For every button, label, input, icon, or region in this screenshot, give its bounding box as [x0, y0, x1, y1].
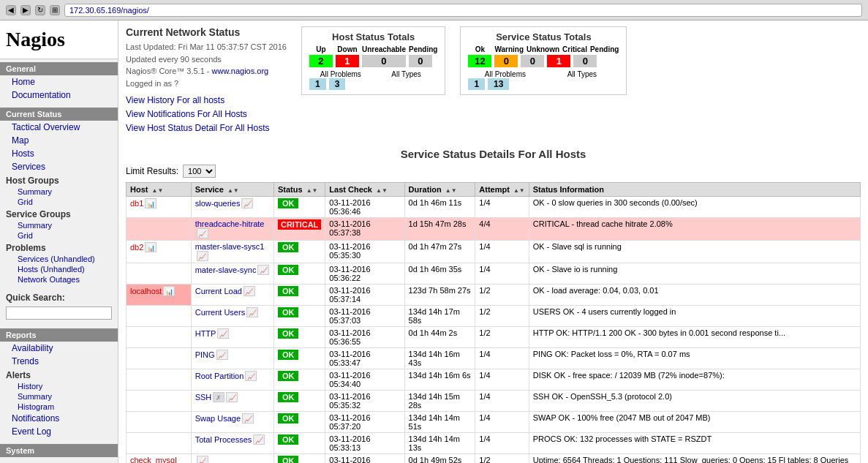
search-input[interactable]	[6, 306, 112, 320]
sidebar-item-sg-grid[interactable]: Grid	[0, 230, 118, 241]
sidebar-item-hg-summary[interactable]: Summary	[0, 187, 118, 197]
table-row: Total Processes📈OK03-11-2016 05:33:13134…	[127, 432, 861, 453]
service-graph-icon[interactable]: 📈	[245, 371, 257, 381]
host-down-header: Down	[336, 45, 359, 53]
sidebar-item-notifications[interactable]: Notifications	[0, 412, 118, 425]
view-history-link[interactable]: View History For all hosts	[126, 94, 287, 108]
host-graph-icon[interactable]: 📊	[145, 198, 156, 208]
svc-all-types-label: All Types	[545, 70, 619, 78]
svc-all-problems-val[interactable]: 1	[468, 78, 485, 90]
host-graph-icon[interactable]: 📊	[163, 286, 175, 296]
sidebar-item-availability[interactable]: Availability	[0, 342, 118, 355]
host-all-types-val[interactable]: 3	[329, 78, 346, 90]
sidebar-item-services[interactable]: Services	[0, 160, 118, 173]
service-link[interactable]: slow-queries	[195, 199, 241, 208]
service-graph-icon[interactable]: 📈	[217, 328, 229, 339]
url-bar[interactable]: 172.30.65.169/nagios/	[64, 4, 862, 17]
status-cell: OK	[273, 369, 325, 390]
service-graph-icon[interactable]: 📈	[246, 307, 258, 317]
sidebar-item-eventlog[interactable]: Event Log	[0, 425, 118, 438]
service-graph-icon[interactable]: 📈	[244, 286, 255, 296]
service-graph-icon[interactable]: 📈	[253, 434, 265, 445]
duration-cell: 134d 14h 17m 58s	[404, 305, 475, 326]
limit-select[interactable]: 100 50 25	[183, 165, 216, 178]
host-pending-value[interactable]: 0	[409, 55, 432, 67]
col-host[interactable]: Host ▲▼	[127, 182, 192, 196]
host-cell: check_mysql📊	[127, 453, 192, 463]
forward-button[interactable]: ▶	[20, 5, 31, 15]
sidebar-item-tactical[interactable]: Tactical Overview	[0, 121, 118, 134]
col-attempt[interactable]: Attempt ▲▼	[475, 182, 529, 196]
duration-cell: 123d 7h 58m 27s	[404, 284, 475, 305]
duration-sort-icon: ▲▼	[445, 187, 457, 194]
host-all-problems-val[interactable]: 1	[309, 78, 326, 90]
svc-critical-value[interactable]: 1	[547, 55, 570, 67]
service-link[interactable]: master-slave-sysc1	[195, 242, 265, 251]
service-link[interactable]: threadcache-hitrate	[195, 219, 265, 228]
service-graph-icon[interactable]: 📈	[197, 228, 208, 238]
host-down-value[interactable]: 1	[336, 55, 359, 67]
nagios-link[interactable]: www.nagios.org	[212, 67, 269, 75]
host-link[interactable]: db1	[130, 199, 143, 208]
host-up-value[interactable]: 2	[309, 55, 333, 67]
sidebar-item-hg-grid[interactable]: Grid	[0, 197, 118, 207]
view-host-status-link[interactable]: View Host Status Detail For All Hosts	[126, 121, 287, 135]
svc-unknown-value[interactable]: 0	[521, 55, 544, 67]
grid-button[interactable]: ⊞	[50, 5, 60, 15]
service-link[interactable]: mater-slave-sync	[195, 266, 257, 274]
host-link[interactable]: db2	[130, 243, 143, 252]
host-graph-icon[interactable]: 📊	[145, 242, 156, 252]
service-graph-icon[interactable]: 📈	[197, 251, 208, 261]
service-graph-icon[interactable]: 📈	[242, 413, 254, 424]
table-row: Root Partition📈OK03-11-2016 05:34:40134d…	[127, 369, 861, 390]
service-graph-icon[interactable]: 📈	[226, 392, 238, 402]
sidebar-item-hosts[interactable]: Hosts	[0, 147, 118, 160]
col-status[interactable]: Status ▲▼	[273, 182, 325, 196]
status-sort-icon: ▲▼	[306, 187, 318, 194]
last-check-cell: 03-11-2016 05:33:13	[325, 432, 404, 453]
view-notifications-link[interactable]: View Notifications For All Hosts	[126, 108, 287, 121]
service-link[interactable]: PING	[195, 350, 215, 359]
sidebar-item-hosts-unhandled[interactable]: Hosts (Unhandled)	[0, 264, 118, 274]
sidebar-item-services-unhandled[interactable]: Services (Unhandled)	[0, 254, 118, 264]
svc-warning-value[interactable]: 0	[494, 55, 518, 67]
service-link[interactable]: Current Users	[195, 308, 245, 317]
service-graph-icon[interactable]: 📈	[197, 456, 208, 463]
host-unreachable-value[interactable]: 0	[362, 55, 406, 67]
col-service[interactable]: Service ▲▼	[191, 182, 273, 196]
sidebar-item-map[interactable]: Map	[0, 134, 118, 147]
host-status-sub: All Problems All Types	[309, 70, 437, 78]
service-cell: Current Load📈	[191, 284, 273, 305]
sidebar-item-alerts-histogram[interactable]: Histogram	[0, 402, 118, 412]
table-row: SSH✗📈OK03-11-2016 05:35:32134d 14h 15m 2…	[127, 390, 861, 411]
search-box[interactable]	[6, 306, 112, 320]
sidebar-item-sg-summary[interactable]: Summary	[0, 220, 118, 230]
sidebar-item-alerts-history[interactable]: History	[0, 381, 118, 391]
service-link[interactable]: Swap Usage	[195, 414, 241, 423]
svc-ok-value[interactable]: 12	[468, 55, 491, 67]
service-link[interactable]: SSH	[195, 393, 212, 402]
sidebar-item-network-outages[interactable]: Network Outages	[0, 274, 118, 285]
sidebar-item-alerts-summary[interactable]: Summary	[0, 391, 118, 402]
status-cell: OK	[273, 284, 325, 305]
host-link[interactable]: localhost	[130, 287, 162, 296]
service-link[interactable]: Total Processes	[195, 435, 252, 444]
col-duration[interactable]: Duration ▲▼	[404, 182, 475, 196]
service-link[interactable]: Current Load	[195, 287, 242, 296]
sidebar-item-home[interactable]: Home	[0, 75, 118, 89]
host-link[interactable]: check_mysql	[130, 456, 177, 463]
service-graph-icon[interactable]: 📈	[257, 265, 269, 275]
svc-unknown-header: Unknown	[527, 45, 559, 53]
service-graph-icon[interactable]: 📈	[241, 198, 253, 208]
service-link[interactable]: Root Partition	[195, 372, 244, 380]
service-link[interactable]: HTTP	[195, 329, 216, 338]
back-button[interactable]: ◀	[6, 5, 16, 15]
host-sort-icon: ▲▼	[152, 187, 164, 194]
sidebar-item-documentation[interactable]: Documentation	[0, 89, 118, 102]
col-lastcheck[interactable]: Last Check ▲▼	[325, 182, 404, 196]
svc-all-types-val[interactable]: 13	[488, 78, 509, 90]
sidebar-item-trends[interactable]: Trends	[0, 355, 118, 368]
svc-pending-value[interactable]: 0	[573, 55, 597, 67]
service-graph-icon[interactable]: 📈	[216, 350, 228, 360]
refresh-button[interactable]: ↻	[35, 5, 45, 15]
